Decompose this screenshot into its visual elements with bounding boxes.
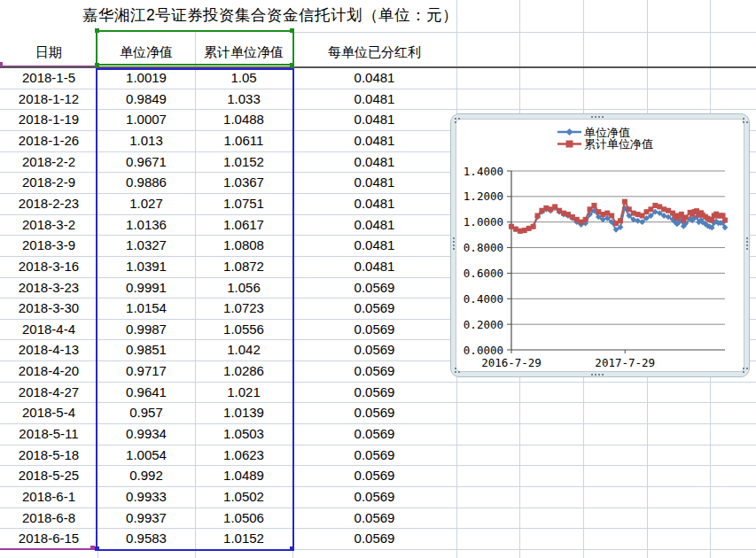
cell-unit-nav-row19[interactable]: 0.992 [97, 465, 195, 486]
cell-date-row16[interactable]: 2018-5-4 [0, 402, 97, 423]
chart-grip-dot[interactable] [743, 121, 744, 123]
cell-dividend-row4[interactable]: 0.0481 [292, 151, 456, 173]
cell-dividend-row15[interactable]: 0.0569 [292, 382, 456, 403]
cell-dividend-row14[interactable]: 0.0569 [292, 360, 456, 382]
cell-date-row17[interactable]: 2018-5-11 [0, 423, 97, 445]
selection-handle[interactable] [290, 546, 294, 551]
cell-cum-nav-row4[interactable]: 1.0152 [195, 151, 292, 173]
chart-grip-dot[interactable] [595, 374, 596, 376]
selection-handle[interactable] [0, 62, 3, 66]
chart-grip-dot[interactable] [743, 118, 744, 120]
chart-grip-dot[interactable] [743, 371, 744, 373]
cell-date-row18[interactable]: 2018-5-18 [0, 445, 97, 466]
cell-date-row14[interactable]: 2018-4-20 [0, 360, 97, 382]
selection-handle[interactable] [95, 546, 99, 551]
cell-date-row0[interactable]: 2018-1-5 [0, 67, 97, 89]
cell-unit-nav-row10[interactable]: 0.9991 [97, 277, 195, 298]
cell-dividend-row17[interactable]: 0.0569 [292, 423, 456, 445]
cell-cum-nav-row22[interactable]: 1.0152 [195, 528, 292, 549]
cell-cum-nav-row19[interactable]: 1.0489 [195, 465, 292, 486]
header-date[interactable]: 日期 [0, 32, 97, 66]
cell-unit-nav-row2[interactable]: 1.0007 [97, 109, 195, 130]
cell-date-row19[interactable]: 2018-5-25 [0, 465, 97, 486]
cell-date-row7[interactable]: 2018-3-2 [0, 214, 97, 236]
cell-dividend-row19[interactable]: 0.0569 [292, 465, 456, 486]
cell-dividend-row10[interactable]: 0.0569 [292, 277, 456, 298]
cell-date-row11[interactable]: 2018-3-30 [0, 298, 97, 319]
cell-dividend-row5[interactable]: 0.0481 [292, 172, 456, 193]
cell-unit-nav-row5[interactable]: 0.9886 [97, 172, 195, 193]
cell-dividend-row7[interactable]: 0.0481 [292, 214, 456, 236]
cell-cum-nav-row6[interactable]: 1.0751 [195, 193, 292, 214]
cell-date-row2[interactable]: 2018-1-19 [0, 109, 97, 130]
cell-cum-nav-row15[interactable]: 1.021 [195, 382, 292, 403]
cell-dividend-row20[interactable]: 0.0569 [292, 486, 456, 508]
chart-grip-dot[interactable] [602, 116, 604, 118]
cell-date-row20[interactable]: 2018-6-1 [0, 486, 97, 508]
cell-unit-nav-row8[interactable]: 1.0327 [97, 235, 195, 256]
cell-cum-nav-row20[interactable]: 1.0502 [195, 486, 292, 508]
cell-unit-nav-row17[interactable]: 0.9934 [97, 423, 195, 445]
cell-unit-nav-row20[interactable]: 0.9933 [97, 486, 195, 508]
cell-unit-nav-row4[interactable]: 0.9671 [97, 151, 195, 173]
cell-dividend-row9[interactable]: 0.0481 [292, 256, 456, 277]
chart-grip-dot[interactable] [453, 244, 455, 246]
cell-unit-nav-row12[interactable]: 0.9987 [97, 319, 195, 340]
cell-dividend-row22[interactable]: 0.0569 [292, 528, 456, 549]
chart-grip-dot[interactable] [455, 121, 456, 123]
chart-grip-dot[interactable] [595, 116, 596, 118]
cell-unit-nav-row16[interactable]: 0.957 [97, 402, 195, 423]
header-unit-nav[interactable]: 单位净值 [97, 32, 195, 66]
chart-grip-dot[interactable] [458, 371, 460, 373]
chart-object[interactable]: 0.00000.20000.40000.60000.80001.00001.20… [450, 113, 750, 377]
chart-grip-dot[interactable] [602, 374, 604, 376]
chart-grip-dot[interactable] [453, 237, 455, 239]
cell-cum-nav-row17[interactable]: 1.0503 [195, 423, 292, 445]
cell-unit-nav-row0[interactable]: 1.0019 [97, 67, 195, 89]
cell-dividend-row11[interactable]: 0.0569 [292, 298, 456, 319]
cell-dividend-row8[interactable]: 0.0481 [292, 235, 456, 256]
selection-handle[interactable] [95, 63, 99, 67]
cell-cum-nav-row1[interactable]: 1.033 [195, 89, 292, 110]
chart-grip-dot[interactable] [746, 237, 748, 239]
header-dividend[interactable]: 每单位已分红利 [292, 32, 456, 66]
chart-grip-dot[interactable] [598, 374, 600, 376]
cell-cum-nav-row8[interactable]: 1.0808 [195, 235, 292, 256]
cell-cum-nav-row2[interactable]: 1.0488 [195, 109, 292, 130]
cell-cum-nav-row11[interactable]: 1.0723 [195, 298, 292, 319]
title-cell[interactable]: 嘉华湘江2号证券投资集合资金信托计划（单位：元） [4, 4, 536, 28]
cell-dividend-row21[interactable]: 0.0569 [292, 508, 456, 529]
cell-date-row21[interactable]: 2018-6-8 [0, 508, 97, 529]
cell-date-row5[interactable]: 2018-2-9 [0, 172, 97, 193]
cell-date-row6[interactable]: 2018-2-23 [0, 193, 97, 214]
selection-handle[interactable] [90, 546, 95, 550]
cell-date-row13[interactable]: 2018-4-13 [0, 339, 97, 360]
cell-cum-nav-row12[interactable]: 1.0556 [195, 319, 292, 340]
cell-cum-nav-row14[interactable]: 1.0286 [195, 360, 292, 382]
cell-date-row3[interactable]: 2018-1-26 [0, 130, 97, 151]
cell-dividend-row3[interactable]: 0.0481 [292, 130, 456, 151]
cell-date-row10[interactable]: 2018-3-23 [0, 277, 97, 298]
cell-cum-nav-row10[interactable]: 1.056 [195, 277, 292, 298]
cell-unit-nav-row22[interactable]: 0.9583 [97, 528, 195, 549]
cell-date-row22[interactable]: 2018-6-15 [0, 528, 97, 549]
chart-grip-dot[interactable] [453, 241, 455, 243]
cell-unit-nav-row11[interactable]: 1.0154 [97, 298, 195, 319]
chart-grip-dot[interactable] [743, 368, 744, 369]
selection-handle[interactable] [290, 28, 294, 33]
chart-grip-dot[interactable] [453, 248, 455, 250]
cell-unit-nav-row13[interactable]: 0.9851 [97, 339, 195, 360]
cell-cum-nav-row13[interactable]: 1.042 [195, 339, 292, 360]
cell-unit-nav-row21[interactable]: 0.9937 [97, 508, 195, 529]
chart-grip-dot[interactable] [598, 116, 600, 118]
cell-cum-nav-row9[interactable]: 1.0872 [195, 256, 292, 277]
cell-unit-nav-row15[interactable]: 0.9641 [97, 382, 195, 403]
cell-unit-nav-row3[interactable]: 1.013 [97, 130, 195, 151]
cell-date-row15[interactable]: 2018-4-27 [0, 382, 97, 403]
cell-unit-nav-row14[interactable]: 0.9717 [97, 360, 195, 382]
cell-dividend-row6[interactable]: 0.0481 [292, 193, 456, 214]
cell-cum-nav-row18[interactable]: 1.0623 [195, 445, 292, 466]
chart-grip-dot[interactable] [746, 241, 748, 243]
cell-cum-nav-row21[interactable]: 1.0506 [195, 508, 292, 529]
cell-cum-nav-row3[interactable]: 1.0611 [195, 130, 292, 151]
